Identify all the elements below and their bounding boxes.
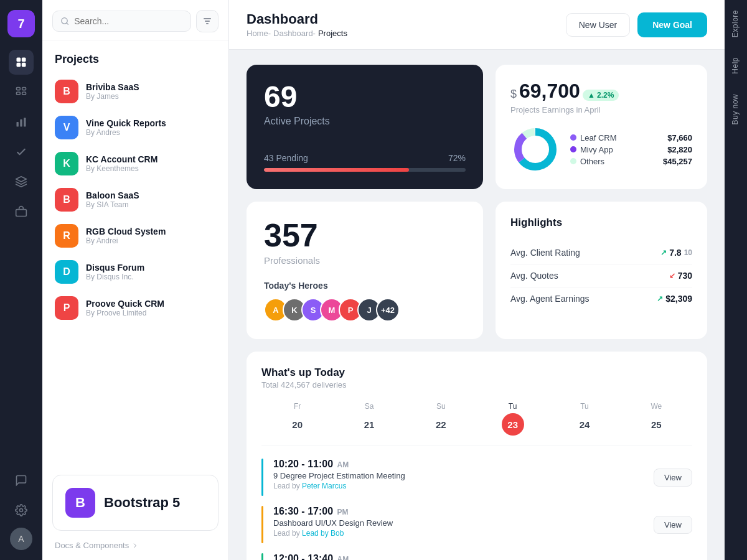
svg-rect-6 — [17, 92, 21, 95]
pending-row: 43 Pending 72% — [264, 153, 466, 163]
whats-up-title: What's up Today — [261, 366, 347, 379]
search-input[interactable] — [74, 16, 183, 26]
svg-rect-0 — [17, 58, 21, 62]
earnings-dollar: $ — [510, 88, 517, 101]
project-icon: B — [55, 188, 78, 212]
project-item[interactable]: B Baloon SaaS By SIA Team — [50, 182, 221, 218]
left-panel: Projects B Briviba SaaS By James V Vine … — [42, 0, 229, 560]
event-content: 10:20 - 11:00 AM 9 Degree Project Estima… — [273, 459, 644, 490]
earnings-value: $7,660 — [663, 133, 692, 142]
calendar-day[interactable]: Sa 21 — [333, 402, 405, 436]
project-icon: D — [55, 260, 78, 284]
calendar-section: What's up Today Total 424,567 deliveries… — [247, 352, 707, 560]
highlight-label: Avg. Quotes — [510, 271, 558, 281]
sidebar-icon-grid[interactable] — [9, 80, 34, 105]
event-item: 10:20 - 11:00 AM 9 Degree Project Estima… — [261, 459, 692, 496]
project-icon: K — [55, 152, 78, 175]
right-sidebar: ExploreHelpBuy now — [725, 0, 747, 560]
svg-rect-10 — [24, 118, 26, 126]
event-lead-link[interactable]: Lead by Bob — [302, 529, 344, 538]
active-projects-number: 69 — [264, 82, 466, 112]
breadcrumb: Home- Dashboard- Projects — [247, 29, 347, 38]
project-item[interactable]: V Vine Quick Reports By Andres — [50, 110, 221, 146]
new-user-button[interactable]: New User — [566, 13, 630, 37]
project-item[interactable]: D Disqus Forum By Disqus Inc. — [50, 254, 221, 290]
filter-button[interactable] — [196, 10, 218, 32]
project-by: By James — [86, 92, 139, 101]
event-view-button[interactable]: View — [654, 516, 692, 534]
day-name: Sa — [365, 402, 374, 411]
project-item[interactable]: K KC Account CRM By Keenthemes — [50, 146, 221, 182]
calendar-day[interactable]: We 25 — [621, 402, 692, 436]
day-name: Su — [436, 402, 446, 411]
docs-link[interactable]: Docs & Components — [42, 541, 228, 560]
calendar-day[interactable]: Tu 23 — [477, 402, 548, 436]
earnings-number: 69,700 — [519, 80, 580, 103]
highlight-label: Avg. Agent Earnings — [510, 294, 590, 304]
svg-rect-4 — [17, 88, 21, 90]
events-list: 10:20 - 11:00 AM 9 Degree Project Estima… — [261, 459, 692, 560]
legend-label: Others — [580, 157, 604, 166]
day-name: Fr — [294, 402, 301, 411]
user-avatar[interactable]: A — [10, 528, 32, 550]
calendar-header: What's up Today Total 424,567 deliveries — [261, 366, 692, 390]
event-view-button[interactable]: View — [654, 469, 692, 487]
page-title: Dashboard — [247, 11, 347, 27]
header: Dashboard Home- Dashboard- Projects New … — [229, 0, 725, 50]
day-name: Tu — [580, 402, 589, 411]
project-item[interactable]: R RGB Cloud System By Andrei — [50, 218, 221, 254]
header-actions: New User New Goal — [566, 12, 707, 37]
day-number: 22 — [430, 413, 452, 436]
day-number: 20 — [286, 413, 309, 436]
sidebar-icon-chart[interactable] — [9, 110, 34, 134]
chevron-right-icon — [131, 542, 139, 549]
total-deliveries: Total 424,567 deliveries — [261, 380, 347, 390]
sidebar-icon-layers[interactable] — [9, 169, 34, 194]
event-title: 9 Degree Project Estimation Meeting — [273, 471, 644, 480]
event-title: Dashboard UI/UX Design Review — [273, 518, 644, 528]
calendar-day[interactable]: Tu 24 — [548, 402, 620, 436]
sidebar-icon-settings[interactable] — [9, 498, 34, 523]
project-info: KC Account CRM By Keenthemes — [86, 154, 157, 173]
legend-item: Leaf CRM — [570, 133, 653, 142]
right-sidebar-tab[interactable]: Explore — [726, 0, 746, 47]
right-sidebar-tab[interactable]: Help — [726, 47, 746, 84]
project-icon: B — [55, 80, 78, 103]
earnings-value: $45,257 — [663, 157, 692, 166]
project-info: RGB Cloud System By Andrei — [86, 226, 166, 245]
middle-row: 357 Professionals Today's Heroes AKSMPJ+… — [247, 202, 707, 339]
sidebar-icon-check[interactable] — [9, 139, 34, 164]
sidebar-icon-message[interactable] — [9, 468, 34, 493]
svg-rect-7 — [22, 92, 26, 95]
highlight-label: Avg. Client Rating — [510, 248, 580, 258]
calendar-day[interactable]: Su 22 — [405, 402, 477, 436]
search-input-wrap[interactable] — [52, 11, 191, 32]
breadcrumb-home[interactable]: Home- — [247, 29, 271, 38]
day-name: Tu — [509, 402, 517, 411]
earnings-subtitle: Projects Earnings in April — [510, 105, 692, 114]
earnings-amount: $ 69,700 ▲ 2.2% — [510, 80, 692, 103]
sidebar-icon-dashboard[interactable] — [9, 50, 34, 75]
earnings-chart-area: Leaf CRMMivy AppOthers $7,660$2,820$45,2… — [510, 124, 692, 174]
event-time: 10:20 - 11:00 AM — [273, 459, 644, 470]
header-left: Dashboard Home- Dashboard- Projects — [247, 11, 347, 38]
active-projects-card: 69 Active Projects 43 Pending 72% — [247, 65, 483, 189]
project-list: B Briviba SaaS By James V Vine Quick Rep… — [42, 73, 228, 465]
sidebar-icon-briefcase[interactable] — [9, 199, 34, 224]
new-goal-button[interactable]: New Goal — [637, 12, 707, 37]
progress-fill — [264, 168, 409, 172]
right-sidebar-tab[interactable]: Buy now — [726, 84, 746, 135]
highlight-row: Avg. Client Rating ↗ 7.8 10 — [510, 241, 692, 264]
project-item[interactable]: P Proove Quick CRM By Proove Limited — [50, 290, 221, 326]
breadcrumb-dashboard[interactable]: Dashboard- — [273, 29, 316, 38]
calendar-day[interactable]: Fr 20 — [261, 402, 333, 436]
project-by: By Disqus Inc. — [86, 273, 144, 281]
svg-rect-3 — [22, 63, 26, 67]
legend-item: Mivy App — [570, 145, 653, 154]
event-bar — [261, 459, 263, 496]
sidebar-avatar[interactable]: 7 — [7, 10, 35, 37]
project-icon: P — [55, 296, 78, 320]
trend-down-icon: ↙ — [669, 271, 675, 280]
event-lead-link[interactable]: Peter Marcus — [302, 482, 346, 490]
project-item[interactable]: B Briviba SaaS By James — [50, 73, 221, 110]
